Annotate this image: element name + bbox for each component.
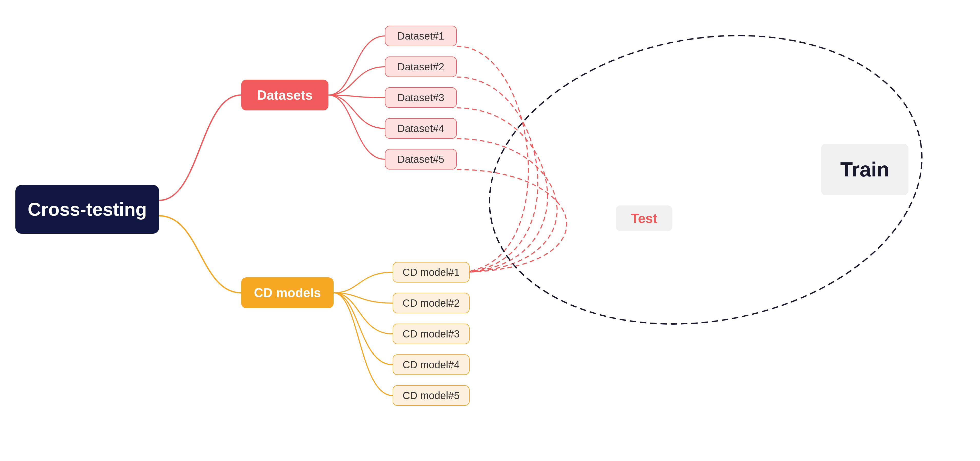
cdmodel-item-2: CD model#2	[393, 293, 469, 313]
dataset-item-5: Dataset#5	[385, 149, 457, 169]
cross-testing-node: Cross-testing	[15, 185, 159, 234]
cdmodel-item-5: CD model#5	[393, 385, 469, 406]
test-node: Test	[616, 206, 672, 231]
cdmodel-item-3: CD model#3	[393, 324, 469, 344]
dataset-item-1: Dataset#1	[385, 26, 457, 46]
cdmodel-item-4: CD model#4	[393, 354, 469, 375]
dataset-item-3: Dataset#3	[385, 87, 457, 108]
cd-models-node: CD models	[241, 278, 334, 308]
datasets-node: Datasets	[241, 80, 328, 110]
dataset-item-4: Dataset#4	[385, 118, 457, 139]
diagram-container: Cross-testing Datasets CD models Dataset…	[0, 0, 980, 461]
dataset-item-2: Dataset#2	[385, 56, 457, 77]
cdmodel-item-1: CD model#1	[393, 262, 469, 282]
train-node: Train	[821, 144, 908, 195]
